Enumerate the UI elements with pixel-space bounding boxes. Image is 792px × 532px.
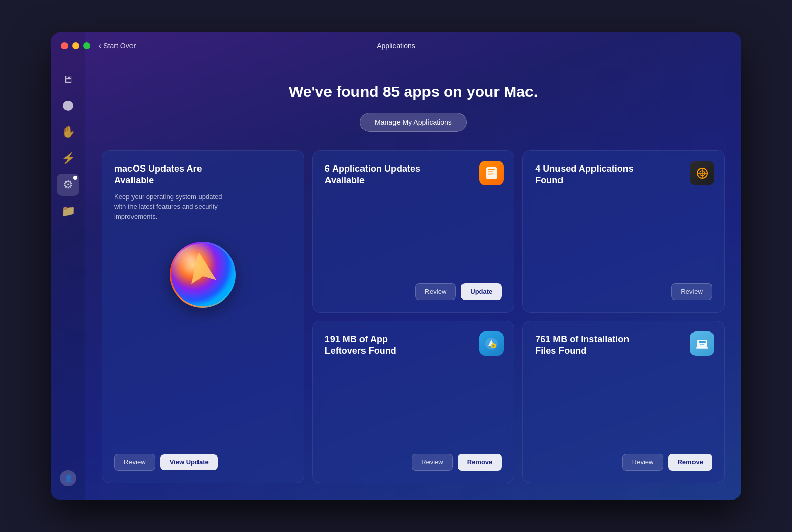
sidebar-item-user[interactable]: 👤 — [57, 467, 79, 489]
hero-section: We've found 85 apps on your Mac. Manage … — [289, 59, 538, 150]
lightning-icon: ⚡ — [61, 152, 75, 165]
window-title: Applications — [377, 42, 415, 50]
main-content: We've found 85 apps on your Mac. Manage … — [85, 32, 741, 500]
sidebar: 🖥 ✋ ⚡ ⚙ 📁 👤 — [51, 32, 85, 500]
app-leftovers-actions: Review Remove — [412, 454, 502, 471]
svg-rect-6 — [488, 174, 492, 175]
unused-apps-actions: Review — [671, 283, 712, 300]
privacy-icon — [63, 101, 73, 111]
unused-apps-review-button[interactable]: Review — [671, 283, 712, 300]
install-files-app-icon — [690, 331, 714, 356]
svg-rect-14 — [696, 347, 708, 349]
install-files-review-button[interactable]: Review — [622, 454, 664, 471]
install-files-actions: Review Remove — [622, 454, 712, 471]
back-button[interactable]: ‹ Start Over — [98, 41, 136, 50]
macos-update-title: macOS Updates Are Available — [114, 163, 216, 187]
user-icon: 👤 — [60, 470, 76, 486]
traffic-lights — [61, 42, 90, 49]
hand-icon: ✋ — [61, 125, 75, 139]
leftover-app-icon — [479, 331, 504, 356]
install-files-remove-button[interactable]: Remove — [668, 454, 712, 471]
sidebar-item-hand[interactable]: ✋ — [57, 121, 79, 143]
macos-view-update-button[interactable]: View Update — [160, 454, 218, 470]
macos-update-footer: Review View Update — [114, 454, 291, 471]
chevron-left-icon: ‹ — [98, 41, 101, 50]
macos-update-card: macOS Updates Are Available Keep your op… — [102, 150, 304, 483]
back-label: Start Over — [103, 42, 136, 50]
app-window: ‹ Start Over Applications 🖥 ✋ ⚡ ⚙ 📁 👤 — [51, 32, 741, 500]
app-updates-title: 6 Application Updates Available — [325, 163, 426, 187]
cards-grid: macOS Updates Are Available Keep your op… — [85, 150, 741, 500]
app-leftovers-remove-button[interactable]: Remove — [458, 454, 502, 471]
macos-sphere-logo — [170, 242, 236, 308]
titlebar: ‹ Start Over Applications — [51, 32, 741, 59]
sidebar-item-disk[interactable]: 🖥 — [57, 68, 79, 90]
minimize-button[interactable] — [72, 42, 79, 49]
close-button[interactable] — [61, 42, 68, 49]
apps-badge — [73, 176, 77, 180]
app-leftovers-card: 191 MB of App Leftovers Found Review Rem… — [312, 321, 515, 483]
sidebar-item-files[interactable]: 📁 — [57, 200, 79, 222]
macos-review-button[interactable]: Review — [114, 454, 155, 471]
app-leftovers-title: 191 MB of App Leftovers Found — [325, 334, 426, 357]
app-updates-review-button[interactable]: Review — [415, 283, 456, 300]
app-updates-actions: Review Update — [415, 283, 502, 300]
sidebar-item-lightning[interactable]: ⚡ — [57, 147, 79, 170]
svg-rect-15 — [699, 341, 706, 343]
apps-icon: ⚙ — [63, 178, 73, 191]
hero-title: We've found 85 apps on your Mac. — [289, 83, 538, 101]
macos-update-desc: Keep your operating system updated with … — [114, 192, 226, 222]
garageband-app-icon — [690, 161, 714, 185]
unused-apps-title: 4 Unused Applications Found — [535, 163, 637, 187]
manage-applications-button[interactable]: Manage My Applications — [360, 113, 467, 132]
app-updates-card: 6 Application Updates Available Review U… — [312, 150, 515, 313]
disk-icon: 🖥 — [63, 74, 73, 85]
svg-rect-4 — [488, 171, 493, 172]
svg-rect-5 — [488, 173, 494, 174]
maximize-button[interactable] — [83, 42, 90, 49]
sidebar-item-apps[interactable]: ⚙ — [57, 174, 79, 196]
sidebar-item-privacy[interactable] — [57, 94, 79, 117]
app-leftovers-review-button[interactable]: Review — [412, 454, 453, 471]
pages-app-icon — [479, 161, 504, 185]
install-files-card: 761 MB of Installation Files Found Revie… — [522, 321, 725, 483]
app-updates-update-button[interactable]: Update — [461, 283, 502, 300]
svg-rect-16 — [700, 344, 704, 345]
svg-rect-3 — [488, 169, 495, 170]
install-files-title: 761 MB of Installation Files Found — [535, 334, 637, 357]
unused-apps-card: 4 Unused Applications Found Review — [522, 150, 725, 313]
files-icon: 📁 — [61, 205, 75, 218]
